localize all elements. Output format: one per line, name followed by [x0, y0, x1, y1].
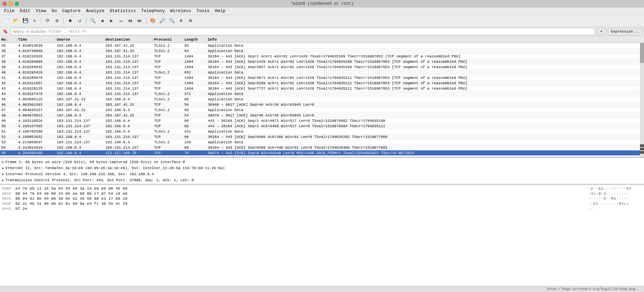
table-row[interactable]: 404.018295419192.168.0.4183.131.214.137T… [0, 70, 644, 75]
src-cell: 192.168.0.4 [55, 49, 104, 53]
scrollbar[interactable] [640, 43, 644, 157]
no-cell: 49 [0, 119, 17, 123]
close-capture-icon[interactable]: ✕ [30, 16, 39, 25]
packet-list: No. Time Source Destination Protocol Len… [0, 36, 644, 157]
menu-item-file[interactable]: File [1, 8, 17, 14]
detail-row[interactable]: ▶Internet Protocol Version 4, Src: 139.1… [2, 171, 642, 177]
hex-bytes: 00 04 01 bb 94 00 30 9e e2 4d 58 d8 e3 1… [15, 197, 588, 201]
expression-button[interactable]: Expression... [608, 28, 643, 35]
hex-row: 001000 34 78 83 40 00 33 06 aa b0 8b c7 … [2, 191, 642, 196]
info-cell: Encrypted Alert [206, 156, 644, 157]
table-row[interactable]: 474.084835157203.107.41.32192.168.0.4TLS… [0, 107, 644, 113]
capture-options-icon[interactable]: ⚙ [53, 16, 61, 25]
detail-row[interactable]: ▶Ethernet II, Src: TendaTec_3a:16:e8 (04… [2, 165, 642, 171]
proto-cell: TLSv1.2 [153, 92, 183, 96]
close-button[interactable] [3, 2, 7, 6]
dst-cell: 192.168.0.4 [104, 97, 153, 101]
colorize-icon[interactable]: 🎨 [148, 16, 157, 25]
menu-item-wireless[interactable]: Wireless [168, 8, 194, 14]
time-cell: 4.019311857 [17, 81, 55, 85]
len-cell: 54 [183, 103, 206, 107]
info-cell: 36878 → 9017 [ACK] Seq=40 Ack=36 Win=639… [206, 113, 644, 117]
reload-icon[interactable]: ⟳ [43, 16, 52, 25]
proto-cell: TCP [153, 113, 183, 117]
info-cell: 36164 → 443 [ACK] Seq=7727 Ack=1 Win=91 … [206, 87, 644, 91]
new-capture-icon[interactable]: 📄 [2, 16, 11, 25]
save-icon[interactable]: 💾 [21, 16, 30, 25]
len-cell: 1494 [183, 87, 206, 91]
zoom-in-icon[interactable]: 🔎 [158, 16, 167, 25]
table-row[interactable]: 424.019311857192.168.0.4183.131.214.137T… [0, 81, 644, 86]
packet-list-header: No. Time Source Destination Protocol Len… [0, 36, 644, 43]
minimize-button[interactable] [9, 2, 13, 6]
open-icon[interactable]: 📂 [11, 16, 20, 25]
menu-item-view[interactable]: View [33, 8, 49, 14]
table-row[interactable]: 524.190852832192.168.0.4183.131.214.137T… [0, 134, 644, 140]
table-row[interactable]: 454.083505115203.107.41.32192.168.0.4TLS… [0, 97, 644, 102]
resize-columns-icon[interactable]: ⊞ [186, 16, 195, 25]
filter-dropdown-button[interactable]: ▾ [596, 28, 606, 35]
menu-item-capture[interactable]: Capture [59, 8, 83, 14]
search-icon[interactable]: 🔍 [88, 16, 97, 25]
detail-row[interactable]: ▶Transmission Control Protocol, Src Port… [2, 177, 642, 183]
table-row[interactable]: 554.294495438192.168.0.4172.217.160.78TC… [0, 150, 644, 156]
hex-ascii: ·p··&Z····:····Eh [588, 187, 642, 191]
table-row[interactable]: 544.214914324192.168.0.4183.131.214.137T… [0, 145, 644, 150]
zoom-out-icon[interactable]: 🔍 [167, 16, 176, 25]
col-protocol: Protocol [153, 38, 183, 42]
filter-input[interactable] [11, 28, 595, 35]
col-time: Time [17, 38, 55, 42]
time-cell: 4.018232029 [17, 54, 55, 58]
table-row[interactable]: 354.016614636192.168.0.4203.107.41.32TLS… [0, 43, 644, 48]
table-row[interactable]: 484.084878012192.168.0.4203.107.41.32TCP… [0, 113, 644, 118]
menu-item-telephony[interactable]: Telephony [139, 8, 168, 14]
time-cell: 4.084835157 [17, 108, 55, 112]
menu-item-statistics[interactable]: Statistics [107, 8, 138, 14]
table-row[interactable]: 514.190782590183.131.214.137192.168.0.4T… [0, 129, 644, 134]
dst-cell: 183.131.214.137 [104, 81, 153, 85]
no-cell: 51 [0, 130, 17, 134]
dst-cell: 183.131.214.137 [104, 70, 153, 75]
table-row[interactable]: 374.018232029192.168.0.4183.131.214.137T… [0, 54, 644, 59]
status-text: https://bugs.wireshark.org/bugzilla/show… [547, 287, 641, 291]
next-icon[interactable]: ▶ [107, 16, 116, 25]
hex-row: 003002 2c 4b 31 00 00 01 01 08 0a e4 f1 … [2, 201, 642, 206]
restart-icon[interactable]: ↺ [75, 16, 84, 25]
detail-rows: ▶Frame 1: 66 bytes on wire (528 bits), 6… [2, 159, 642, 183]
proto-cell: TCP [153, 151, 183, 155]
scrollbar-thumb[interactable] [640, 43, 644, 63]
menu-item-analyze[interactable]: Analyze [83, 8, 107, 14]
hex-bytes: 00 34 78 83 40 00 33 06 aa b0 8b c7 d7 b… [15, 192, 588, 196]
table-row[interactable]: 414.019285875192.168.0.4183.131.214.137T… [0, 75, 644, 81]
proto-cell: TLSv1.2 [153, 156, 183, 157]
maximize-button[interactable] [15, 2, 19, 6]
no-cell: 52 [0, 135, 17, 139]
table-row[interactable]: 434.019328125192.168.0.4183.131.214.137T… [0, 86, 644, 91]
table-row[interactable]: 494.103116526183.131.214.137192.168.0.4T… [0, 118, 644, 124]
table-row[interactable]: 444.019337478192.168.0.4183.131.214.137T… [0, 91, 644, 97]
table-row[interactable]: 534.214859637183.131.214.137192.168.0.4T… [0, 140, 644, 145]
menu-item-go[interactable]: Go [49, 8, 60, 14]
menu-item-help[interactable]: Help [212, 8, 228, 14]
menu-item-tools[interactable]: Tools [194, 8, 212, 14]
menu-item-edit[interactable]: Edit [17, 8, 33, 14]
info-cell: Application Data [206, 70, 644, 75]
detail-row[interactable]: ▶Frame 1: 66 bytes on wire (528 bits), 6… [2, 159, 642, 165]
table-row[interactable]: 394.018285832192.168.0.4183.131.214.137T… [0, 64, 644, 70]
time-cell: 4.105337565 [17, 124, 55, 128]
table-row[interactable]: 464.083561583192.168.0.4203.107.41.32TCP… [0, 102, 644, 107]
table-row[interactable]: 364.016738669192.168.0.4203.107.41.32TLS… [0, 48, 644, 54]
table-row[interactable]: 564.984008683202.108.23.152192.168.0.4TL… [0, 156, 644, 157]
last-icon[interactable]: ⏭ [135, 16, 144, 25]
no-cell: 40 [0, 70, 17, 75]
prev-icon[interactable]: ◀ [98, 16, 106, 25]
proto-cell: TCP [153, 124, 183, 128]
time-cell: 4.019328125 [17, 87, 55, 91]
table-row[interactable]: 504.105337565183.131.214.137192.168.0.4T… [0, 124, 644, 129]
dst-cell: 192.168.0.4 [104, 156, 153, 157]
zoom-reset-icon[interactable]: ⊕ [177, 16, 185, 25]
stop-icon[interactable]: ■ [66, 16, 75, 25]
jump-icon[interactable]: ↵ [117, 16, 125, 25]
first-icon[interactable]: ⏮ [126, 16, 135, 25]
table-row[interactable]: 384.018264086192.168.0.4183.131.214.137T… [0, 59, 644, 64]
